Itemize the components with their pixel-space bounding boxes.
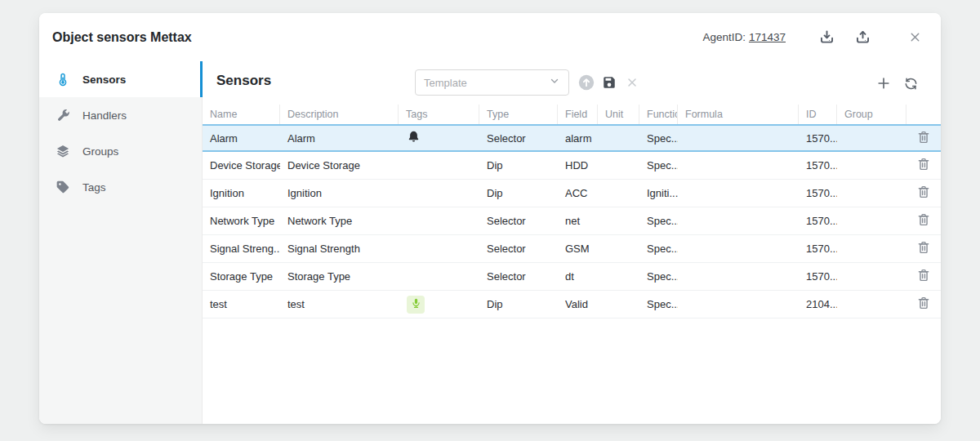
delete-sensor-button[interactable] bbox=[915, 185, 933, 203]
col-header-unit[interactable]: Unit bbox=[598, 105, 639, 124]
dialog-body: Sensors Handlers Groups bbox=[39, 61, 941, 424]
add-sensor-button[interactable] bbox=[874, 74, 893, 93]
sidebar-item-sensors[interactable]: Sensors bbox=[39, 61, 202, 97]
cell-group bbox=[837, 207, 906, 234]
refresh-button[interactable] bbox=[901, 74, 920, 93]
clear-template-button[interactable] bbox=[622, 73, 642, 92]
delete-sensor-button[interactable] bbox=[915, 296, 933, 314]
cell-formula bbox=[678, 263, 799, 290]
cell-field: HDD bbox=[558, 152, 598, 179]
delete-sensor-button[interactable] bbox=[915, 240, 933, 258]
col-header-group[interactable]: Group bbox=[837, 105, 906, 124]
table-row[interactable]: Storage Type Storage Type Selector dt Sp… bbox=[203, 263, 941, 291]
cell-field: alarm bbox=[558, 124, 598, 152]
cell-unit bbox=[598, 291, 639, 318]
table-row[interactable]: test test D bbox=[203, 291, 941, 318]
col-header-description[interactable]: Description bbox=[280, 105, 399, 124]
cell-tags bbox=[399, 263, 479, 290]
col-header-tags[interactable]: Tags bbox=[399, 105, 479, 124]
apply-template-button[interactable] bbox=[577, 73, 596, 92]
col-header-function[interactable]: Functio bbox=[639, 105, 678, 124]
upload-button[interactable] bbox=[853, 28, 872, 47]
cell-description: Signal Strength bbox=[280, 235, 399, 262]
cell-type: Dip bbox=[479, 180, 558, 207]
cell-group bbox=[837, 180, 906, 207]
delete-sensor-button[interactable] bbox=[915, 129, 933, 147]
download-button[interactable] bbox=[817, 28, 836, 47]
cell-id: 1570... bbox=[799, 235, 837, 262]
dialog-header: Object sensors Mettax AgentID: 171437 bbox=[39, 13, 941, 61]
download-icon bbox=[818, 29, 835, 46]
sidebar-item-label: Tags bbox=[82, 181, 106, 194]
clear-icon bbox=[626, 76, 639, 89]
template-select-placeholder: Template bbox=[424, 77, 549, 89]
cell-unit bbox=[598, 124, 639, 152]
trash-icon bbox=[916, 130, 931, 147]
cell-actions bbox=[906, 152, 941, 179]
mic-tag-badge bbox=[407, 296, 425, 314]
cell-description: Storage Type bbox=[280, 263, 399, 290]
table-row[interactable]: Alarm Alarm Selector alarm Spec... bbox=[203, 124, 941, 152]
cell-unit bbox=[598, 207, 639, 234]
cell-id: 1570... bbox=[799, 263, 837, 290]
cell-field: dt bbox=[558, 263, 598, 290]
cell-id: 1570... bbox=[799, 180, 837, 207]
cell-type: Selector bbox=[479, 235, 558, 262]
cell-description: test bbox=[280, 291, 399, 318]
delete-sensor-button[interactable] bbox=[915, 212, 933, 230]
cell-formula bbox=[678, 291, 799, 318]
sensors-toolbar: Sensors Template bbox=[203, 61, 941, 105]
delete-sensor-button[interactable] bbox=[915, 157, 933, 175]
col-header-formula[interactable]: Formula bbox=[678, 105, 799, 124]
sidebar-item-label: Handlers bbox=[82, 109, 127, 122]
table-row[interactable]: Signal Streng... Signal Strength Selecto… bbox=[203, 235, 941, 263]
cell-id: 2104... bbox=[799, 291, 837, 318]
save-template-button[interactable] bbox=[599, 73, 619, 92]
cell-name: Signal Streng... bbox=[203, 235, 280, 262]
cell-tags bbox=[399, 180, 479, 207]
cell-field: GSM bbox=[558, 235, 598, 262]
table-row[interactable]: Device Storage Device Storage Dip HDD Sp… bbox=[203, 152, 941, 180]
cell-name: Storage Type bbox=[203, 263, 280, 290]
table-header-row: Name Description Tags Type Field Unit Fu… bbox=[203, 105, 941, 124]
trash-icon bbox=[916, 157, 931, 174]
trash-icon bbox=[916, 268, 931, 285]
col-header-id[interactable]: ID bbox=[799, 105, 837, 124]
close-icon bbox=[908, 30, 922, 44]
delete-sensor-button[interactable] bbox=[915, 268, 933, 286]
sidebar-item-label: Sensors bbox=[82, 74, 126, 86]
cell-group bbox=[837, 235, 906, 262]
cell-name: Alarm bbox=[203, 124, 280, 152]
col-header-type[interactable]: Type bbox=[479, 105, 558, 124]
cell-formula bbox=[678, 152, 799, 179]
table-row[interactable]: Network Type Network Type Selector net S… bbox=[203, 207, 941, 235]
mic-icon bbox=[410, 297, 422, 312]
cell-type: Selector bbox=[479, 207, 558, 234]
wrench-icon bbox=[55, 108, 70, 123]
trash-icon bbox=[916, 185, 931, 202]
refresh-icon bbox=[903, 76, 919, 91]
bell-icon bbox=[407, 130, 421, 146]
cell-unit bbox=[598, 235, 639, 262]
col-header-field[interactable]: Field bbox=[558, 105, 598, 124]
agent-id-link[interactable]: 171437 bbox=[749, 31, 786, 43]
cell-unit bbox=[598, 263, 639, 290]
sidebar-item-groups[interactable]: Groups bbox=[39, 133, 202, 169]
dialog-close-button[interactable] bbox=[905, 28, 924, 47]
cell-function: Spec... bbox=[639, 152, 678, 179]
cell-type: Dip bbox=[479, 291, 558, 318]
cell-actions bbox=[906, 180, 941, 207]
dialog-title: Object sensors Mettax bbox=[52, 30, 192, 45]
cell-actions bbox=[906, 207, 941, 234]
table-row[interactable]: Ignition Ignition Dip ACC Igniti... 1570… bbox=[203, 180, 941, 207]
cell-id: 1570... bbox=[799, 124, 837, 152]
cell-name: Ignition bbox=[203, 180, 280, 207]
col-header-name[interactable]: Name bbox=[203, 105, 280, 124]
template-select[interactable]: Template bbox=[415, 69, 569, 96]
cell-name: test bbox=[203, 291, 280, 318]
sidebar-item-label: Groups bbox=[82, 145, 118, 158]
cell-tags bbox=[399, 291, 479, 318]
sensors-table: Name Description Tags Type Field Unit Fu… bbox=[203, 105, 941, 318]
sidebar-item-tags[interactable]: Tags bbox=[39, 169, 202, 205]
sidebar-item-handlers[interactable]: Handlers bbox=[39, 97, 202, 133]
